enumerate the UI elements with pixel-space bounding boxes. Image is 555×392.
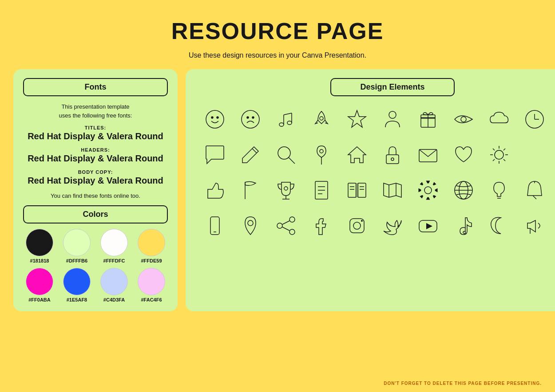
- icon-eye: [448, 103, 480, 135]
- icon-facebook: [305, 210, 337, 242]
- icon-mail: [412, 139, 444, 171]
- color-hex-label: #FAC4F6: [141, 297, 162, 302]
- svg-point-13: [389, 111, 396, 118]
- icon-book: [341, 174, 373, 206]
- icon-rocket: [305, 103, 337, 135]
- icon-person: [377, 103, 408, 135]
- color-swatch: [26, 268, 53, 295]
- svg-line-72: [282, 227, 289, 231]
- svg-marker-12: [348, 110, 366, 127]
- icon-instagram: [341, 210, 373, 242]
- footer-note: DON'T FORGET TO DELETE THIS PAGE BEFORE …: [384, 381, 542, 386]
- color-hex-label: #DFFFB6: [66, 258, 87, 263]
- font-entry-titles: TITLES: Red Hat Display & Valera Round: [23, 125, 168, 142]
- svg-point-4: [247, 117, 249, 118]
- color-swatch: [63, 229, 91, 256]
- icons-grid: [199, 103, 555, 242]
- color-hex-label: #181818: [30, 258, 49, 263]
- icon-chat: [199, 139, 231, 171]
- color-swatch: [100, 268, 128, 295]
- svg-point-7: [287, 121, 292, 125]
- svg-point-22: [278, 147, 290, 159]
- icon-flag: [234, 174, 266, 206]
- svg-point-2: [217, 117, 218, 118]
- icon-globe: [448, 174, 480, 206]
- svg-point-1: [211, 117, 213, 118]
- icon-empty2: [519, 139, 551, 171]
- svg-point-74: [353, 222, 361, 229]
- svg-rect-48: [358, 183, 366, 197]
- color-item: #FF0ABA: [23, 268, 56, 302]
- color-swatch: [138, 268, 165, 295]
- svg-point-3: [242, 110, 259, 128]
- icon-pencil: [234, 139, 266, 171]
- icon-heart: [448, 139, 480, 171]
- color-item: #FAC4F6: [135, 268, 168, 302]
- icon-thumbsup: [199, 174, 231, 206]
- svg-marker-26: [348, 147, 366, 163]
- font-entry-bodycopy: BODY COPY: Red Hat Display & Valera Roun…: [23, 169, 168, 186]
- svg-point-25: [320, 149, 323, 153]
- icon-cloud: [483, 103, 515, 135]
- svg-point-75: [361, 220, 363, 222]
- colors-header: Colors: [23, 205, 168, 223]
- svg-point-28: [391, 158, 394, 161]
- icon-youtube: [412, 210, 444, 242]
- color-swatch: [138, 229, 165, 256]
- icon-settings: [412, 174, 444, 206]
- svg-line-71: [282, 221, 289, 224]
- svg-marker-77: [426, 223, 432, 229]
- svg-point-70: [277, 223, 282, 228]
- svg-point-68: [289, 217, 295, 222]
- svg-point-67: [248, 220, 253, 226]
- color-item: #FFDE59: [135, 229, 168, 263]
- color-item: #DFFFB6: [60, 229, 93, 263]
- color-hex-label: #C4D3FA: [103, 297, 125, 302]
- icon-pin: [305, 139, 337, 171]
- svg-point-0: [206, 110, 224, 128]
- fonts-note: You can find these fonts online too.: [23, 192, 168, 199]
- color-swatch: [100, 229, 128, 256]
- icon-sun: [483, 139, 515, 171]
- color-hex-label: #FF0ABA: [28, 297, 51, 302]
- svg-rect-27: [386, 155, 399, 164]
- color-item: #C4D3FA: [98, 268, 131, 302]
- icon-search: [270, 139, 302, 171]
- color-hex-label: #FFDE59: [141, 258, 162, 263]
- icon-smiley: [199, 103, 231, 135]
- page-header: RESOURCE PAGE Use these design resources…: [171, 0, 384, 64]
- icon-clock: [519, 103, 551, 135]
- svg-point-5: [252, 117, 254, 118]
- svg-line-38: [493, 159, 495, 161]
- svg-point-42: [284, 187, 288, 190]
- svg-point-30: [495, 150, 503, 159]
- svg-line-37: [503, 149, 505, 150]
- page-title: RESOURCE PAGE: [171, 18, 384, 44]
- icon-trophy: [270, 174, 302, 206]
- icon-twitter: [377, 210, 408, 242]
- color-hex-label: #1E5AF8: [67, 297, 87, 302]
- icon-bell: [519, 174, 551, 206]
- color-item: #1E5AF8: [60, 268, 93, 302]
- icon-share: [270, 210, 302, 242]
- icon-tiktok: [448, 210, 480, 242]
- main-content: Fonts This presentation template uses th…: [0, 64, 555, 317]
- icon-home: [341, 139, 373, 171]
- right-panel: Design Elements: [186, 69, 555, 311]
- icon-gift: [412, 103, 444, 135]
- svg-point-69: [289, 229, 295, 235]
- color-hex-label: #FFFDFC: [103, 258, 125, 263]
- design-elements-header: Design Elements: [330, 78, 455, 96]
- svg-line-63: [533, 196, 536, 199]
- icon-document: [305, 174, 337, 206]
- svg-point-17: [461, 117, 466, 122]
- svg-line-23: [289, 157, 295, 164]
- svg-line-35: [493, 149, 495, 150]
- color-swatch: [26, 229, 53, 256]
- svg-rect-47: [348, 183, 356, 197]
- icon-phone: [199, 210, 231, 242]
- colors-section: Colors #181818#DFFFB6#FFFDFC#FFDE59#FF0A…: [23, 205, 168, 302]
- icon-star: [341, 103, 373, 135]
- color-item: #FFFDFC: [98, 229, 131, 263]
- icon-lock: [377, 139, 408, 171]
